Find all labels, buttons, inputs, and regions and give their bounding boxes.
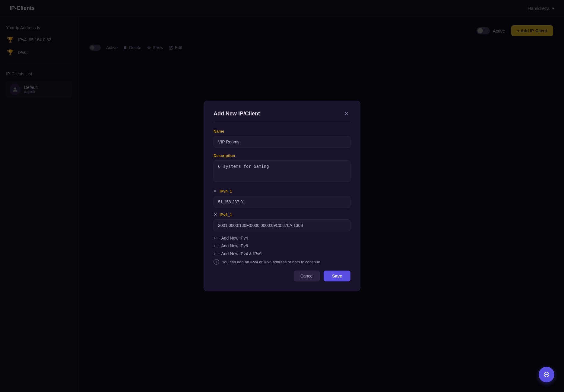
- add-client-modal: Add New IP/Client ✕ Name Description 6 s…: [204, 101, 360, 291]
- add-ipv6-icon: +: [214, 243, 216, 248]
- modal-title: Add New IP/Client: [214, 111, 260, 117]
- svg-point-5: [546, 374, 547, 375]
- chat-icon: [543, 371, 550, 378]
- svg-point-4: [545, 374, 546, 375]
- info-text: You can add an IPv4 or IPv6 address or b…: [222, 260, 321, 264]
- description-input[interactable]: 6 systems for Gaming: [214, 160, 350, 182]
- info-row: i You can add an IPv4 or IPv6 address or…: [214, 259, 350, 265]
- add-both-link[interactable]: + + Add New IPv4 & IPv6: [214, 251, 350, 256]
- ipv4-label-row: ✕ IPv4_1: [214, 189, 350, 193]
- svg-point-6: [547, 374, 548, 375]
- modal-footer: Cancel Save: [214, 271, 350, 281]
- ipv4-input[interactable]: [214, 196, 350, 208]
- remove-ipv4-button[interactable]: ✕: [214, 189, 217, 193]
- ipv6-input[interactable]: [214, 219, 350, 231]
- ipv6-field-row: ✕ IPv6_1: [214, 212, 350, 231]
- name-label: Name: [214, 129, 350, 133]
- add-ipv4-icon: +: [214, 236, 216, 240]
- add-both-icon: +: [214, 251, 216, 256]
- ipv6-field-label: IPv6_1: [220, 212, 232, 217]
- remove-ipv6-button[interactable]: ✕: [214, 212, 217, 217]
- info-icon: i: [214, 259, 219, 265]
- ipv6-label-row: ✕ IPv6_1: [214, 212, 350, 217]
- chat-button[interactable]: [539, 367, 554, 382]
- cancel-button[interactable]: Cancel: [294, 271, 320, 281]
- modal-header: Add New IP/Client ✕: [214, 109, 350, 123]
- description-field-group: Description 6 systems for Gaming: [214, 153, 350, 183]
- save-button[interactable]: Save: [324, 271, 350, 281]
- description-label: Description: [214, 153, 350, 158]
- add-ipv6-link[interactable]: + + Add New IPv6: [214, 243, 350, 248]
- modal-close-button[interactable]: ✕: [342, 109, 350, 118]
- name-input[interactable]: [214, 136, 350, 148]
- add-ipv4-link[interactable]: + + Add New IPv4: [214, 236, 350, 240]
- ipv4-field-label: IPv4_1: [220, 189, 232, 193]
- name-field-group: Name: [214, 129, 350, 148]
- modal-overlay: Add New IP/Client ✕ Name Description 6 s…: [0, 0, 564, 392]
- ipv4-field-row: ✕ IPv4_1: [214, 189, 350, 208]
